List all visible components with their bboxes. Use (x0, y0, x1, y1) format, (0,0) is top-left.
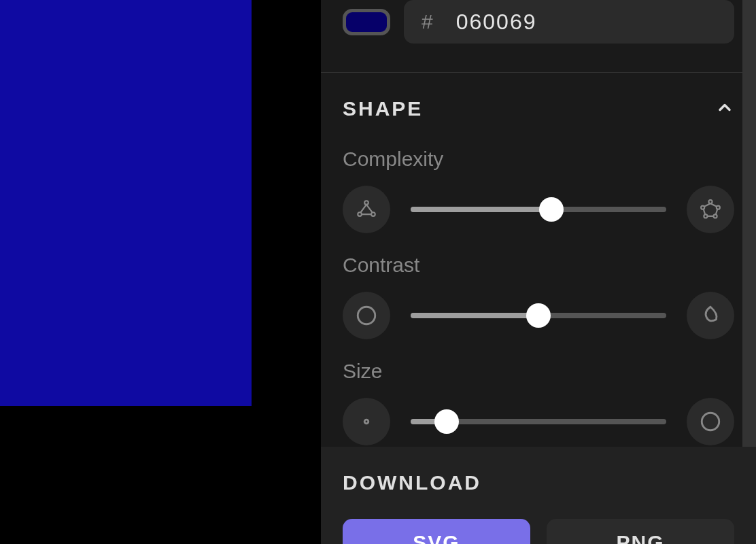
contrast-control: Contrast (343, 254, 734, 339)
download-title: DOWNLOAD (343, 471, 734, 494)
size-label: Size (343, 360, 734, 383)
canvas-preview[interactable] (0, 0, 252, 406)
svg-point-6 (704, 214, 707, 218)
shape-header: SHAPE (343, 97, 734, 120)
contrast-thumb[interactable] (526, 303, 551, 328)
hex-input-wrap[interactable]: # (404, 0, 734, 44)
svg-point-8 (358, 307, 375, 324)
svg-point-4 (717, 206, 720, 209)
contrast-slider[interactable] (411, 313, 666, 318)
svg-point-0 (364, 201, 368, 205)
svg-point-9 (364, 420, 368, 424)
hex-input[interactable] (456, 10, 717, 35)
contrast-label: Contrast (343, 254, 734, 277)
complexity-min-icon[interactable] (343, 186, 390, 233)
size-control: Size (343, 360, 734, 445)
hash-symbol: # (422, 10, 433, 33)
color-swatch[interactable] (343, 9, 390, 35)
svg-point-5 (714, 214, 717, 218)
size-min-icon[interactable] (343, 398, 390, 445)
size-slider[interactable] (411, 419, 666, 424)
color-row: # (321, 0, 756, 72)
contrast-min-icon[interactable] (343, 292, 390, 339)
complexity-max-icon[interactable] (687, 186, 734, 233)
chevron-up-icon[interactable] (715, 98, 734, 120)
svg-point-7 (701, 206, 704, 209)
download-section: DOWNLOAD SVG PNG (321, 447, 756, 544)
complexity-thumb[interactable] (539, 197, 564, 222)
complexity-label: Complexity (343, 148, 734, 171)
settings-panel: # SHAPE Complexity (321, 0, 756, 544)
svg-point-10 (702, 413, 719, 430)
shape-title: SHAPE (343, 97, 423, 120)
scrollbar[interactable] (742, 0, 756, 447)
download-svg-button[interactable]: SVG (343, 519, 530, 544)
complexity-slider[interactable] (411, 207, 666, 212)
svg-point-3 (708, 200, 712, 203)
svg-point-1 (358, 212, 362, 216)
size-thumb[interactable] (434, 409, 459, 434)
contrast-max-icon[interactable] (687, 292, 734, 339)
complexity-control: Complexity (343, 148, 734, 233)
shape-section: SHAPE Complexity (321, 73, 756, 447)
svg-point-2 (371, 212, 375, 216)
size-max-icon[interactable] (687, 398, 734, 445)
download-png-button[interactable]: PNG (547, 519, 734, 544)
